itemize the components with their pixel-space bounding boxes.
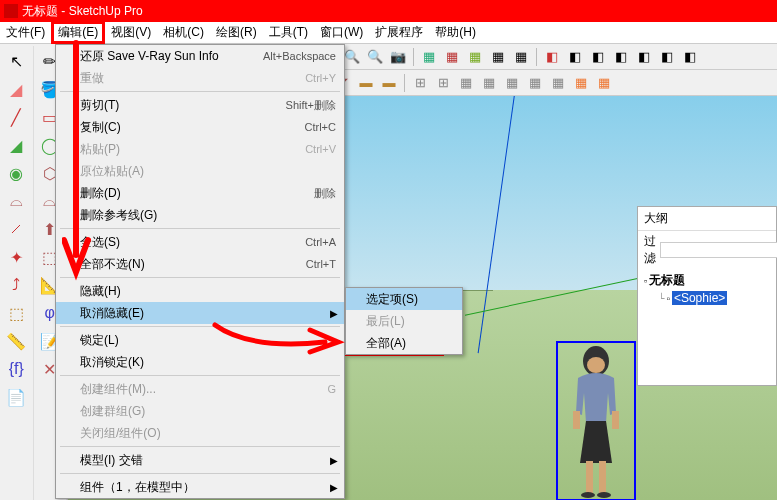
tape-icon[interactable]: 📏	[2, 328, 30, 354]
rotate-icon[interactable]: ⤴	[2, 272, 30, 298]
menu-paste-inplace[interactable]: 原位粘贴(A)	[56, 160, 344, 182]
edit-menu: 还原 Save V-Ray Sun InfoAlt+Backspace 重做Ct…	[55, 44, 345, 499]
menu-makecomponent[interactable]: 创建组件(M)...G	[56, 378, 344, 400]
menu-camera[interactable]: 相机(C)	[157, 22, 210, 43]
curve-icon[interactable]: ⌓	[2, 188, 30, 214]
separator	[404, 74, 405, 92]
outliner-title: 大纲	[638, 207, 776, 231]
separator	[60, 473, 340, 474]
app-icon	[4, 4, 18, 18]
zoom2-icon[interactable]: 🔍	[342, 47, 362, 67]
grid4-icon[interactable]: ▦	[479, 73, 499, 93]
text-icon[interactable]: 📄	[2, 384, 30, 410]
menu-redo[interactable]: 重做Ctrl+Y	[56, 67, 344, 89]
separator	[60, 277, 340, 278]
figure-person-icon	[558, 343, 634, 499]
component-icon: ▫	[666, 293, 670, 304]
svg-rect-3	[599, 461, 606, 493]
titlebar: 无标题 - SketchUp Pro	[0, 0, 777, 22]
tree-root-label: 无标题	[649, 272, 685, 289]
view4-icon[interactable]: ▦	[488, 47, 508, 67]
outliner-filter-label: 过滤	[644, 233, 656, 267]
submenu-last[interactable]: 最后(L)	[346, 310, 462, 332]
zoom3-icon[interactable]: 🔍	[365, 47, 385, 67]
grid8-icon[interactable]: ▦	[571, 73, 591, 93]
menu-makegroup[interactable]: 创建群组(G)	[56, 400, 344, 422]
box1-icon[interactable]: ▬	[356, 73, 376, 93]
grid1-icon[interactable]: ⊞	[410, 73, 430, 93]
separator	[60, 228, 340, 229]
menu-paste[interactable]: 粘贴(P)Ctrl+V	[56, 138, 344, 160]
outliner-filter-input[interactable]	[660, 242, 777, 258]
outliner-panel: 大纲 过滤 ▶ ▫ 无标题 └ ▫ <Sophie>	[637, 206, 777, 386]
eraser-icon[interactable]: ◢	[2, 76, 30, 102]
menu-hide[interactable]: 隐藏(H)	[56, 280, 344, 302]
select-icon[interactable]: ↖	[2, 48, 30, 74]
menu-draw[interactable]: 绘图(R)	[210, 22, 263, 43]
camera-icon[interactable]: 📷	[388, 47, 408, 67]
fx-icon[interactable]: {f}	[2, 356, 30, 382]
menu-view[interactable]: 视图(V)	[105, 22, 157, 43]
menu-intersect[interactable]: 模型(I) 交错▶	[56, 449, 344, 471]
tree-expand-icon[interactable]: ▫	[644, 276, 647, 286]
menu-window[interactable]: 窗口(W)	[314, 22, 369, 43]
style4-icon[interactable]: ◧	[611, 47, 631, 67]
tree-item-label: <Sophie>	[672, 291, 727, 305]
style7-icon[interactable]: ◧	[680, 47, 700, 67]
move-icon[interactable]: ✦	[2, 244, 30, 270]
grid9-icon[interactable]: ▦	[594, 73, 614, 93]
submenu-selected[interactable]: 选定项(S)	[346, 288, 462, 310]
menu-selectall[interactable]: 全选(S)Ctrl+A	[56, 231, 344, 253]
menu-component-inmodel[interactable]: 组件（1，在模型中）▶	[56, 476, 344, 498]
menu-file[interactable]: 文件(F)	[0, 22, 51, 43]
style3-icon[interactable]: ◧	[588, 47, 608, 67]
style6-icon[interactable]: ◧	[657, 47, 677, 67]
arc-icon[interactable]: ◢	[2, 132, 30, 158]
menu-copy[interactable]: 复制(C)Ctrl+C	[56, 116, 344, 138]
menu-delete-guides[interactable]: 删除参考线(G)	[56, 204, 344, 226]
view5-icon[interactable]: ▦	[511, 47, 531, 67]
svg-rect-2	[586, 461, 593, 493]
line-icon[interactable]: ╱	[2, 104, 30, 130]
separator	[60, 375, 340, 376]
grid7-icon[interactable]: ▦	[548, 73, 568, 93]
svg-point-5	[597, 492, 611, 498]
menu-delete[interactable]: 删除(D)删除	[56, 182, 344, 204]
svg-point-4	[581, 492, 595, 498]
separator	[60, 446, 340, 447]
tree-root[interactable]: ▫ 无标题	[644, 271, 770, 290]
grid2-icon[interactable]: ⊞	[433, 73, 453, 93]
scale-icon[interactable]: ⬚	[2, 300, 30, 326]
menu-closegroup[interactable]: 关闭组/组件(O)	[56, 422, 344, 444]
menu-lock[interactable]: 锁定(L)	[56, 329, 344, 351]
box2-icon[interactable]: ▬	[379, 73, 399, 93]
svg-rect-7	[612, 411, 619, 429]
grid3-icon[interactable]: ▦	[456, 73, 476, 93]
menu-undo[interactable]: 还原 Save V-Ray Sun InfoAlt+Backspace	[56, 45, 344, 67]
menu-unhide[interactable]: 取消隐藏(E)▶	[56, 302, 344, 324]
style5-icon[interactable]: ◧	[634, 47, 654, 67]
menu-help[interactable]: 帮助(H)	[429, 22, 482, 43]
menu-tools[interactable]: 工具(T)	[263, 22, 314, 43]
menu-selectnone[interactable]: 全部不选(N)Ctrl+T	[56, 253, 344, 275]
menu-edit[interactable]: 编辑(E)	[51, 21, 105, 44]
menu-extensions[interactable]: 扩展程序	[369, 22, 429, 43]
submenu-arrow-icon: ▶	[330, 482, 338, 493]
view1-icon[interactable]: ▦	[419, 47, 439, 67]
separator	[413, 48, 414, 66]
tree-item[interactable]: └ ▫ <Sophie>	[644, 290, 770, 306]
submenu-arrow-icon: ▶	[330, 308, 338, 319]
submenu-all[interactable]: 全部(A)	[346, 332, 462, 354]
grid5-icon[interactable]: ▦	[502, 73, 522, 93]
circle-icon[interactable]: ◉	[2, 160, 30, 186]
view2-icon[interactable]: ▦	[442, 47, 462, 67]
style1-icon[interactable]: ◧	[542, 47, 562, 67]
style2-icon[interactable]: ◧	[565, 47, 585, 67]
menu-unlock[interactable]: 取消锁定(K)	[56, 351, 344, 373]
grid6-icon[interactable]: ▦	[525, 73, 545, 93]
menu-cut[interactable]: 剪切(T)Shift+删除	[56, 94, 344, 116]
unhide-submenu: 选定项(S) 最后(L) 全部(A)	[345, 287, 463, 355]
figure-selection-box[interactable]	[556, 341, 636, 500]
view3-icon[interactable]: ▦	[465, 47, 485, 67]
offset-icon[interactable]: ⟋	[2, 216, 30, 242]
